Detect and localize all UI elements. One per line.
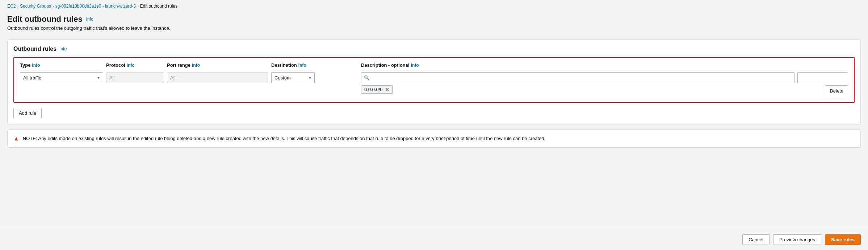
breadcrumb-ec2[interactable]: EC2: [7, 4, 16, 9]
page-info-link[interactable]: Info: [86, 17, 93, 22]
breadcrumb-sep-3: ›: [137, 4, 139, 8]
destination-select-row: Custom Anywhere-IPv4 Anywhere-IPv6 My IP…: [271, 72, 358, 83]
search-input[interactable]: [361, 72, 794, 83]
cidr-tag-close-icon[interactable]: ✕: [385, 87, 389, 92]
section-info-link[interactable]: Info: [59, 46, 67, 52]
section-header: Outbound rules Info: [13, 46, 855, 52]
col-destination-label: Destination: [271, 62, 297, 68]
breadcrumb: EC2 › Security Groups › sg-002fe10b00db3…: [0, 0, 868, 11]
add-rule-button[interactable]: Add rule: [13, 108, 42, 118]
col-protocol-header: Protocol Info: [106, 62, 164, 68]
col-type-label: Type: [20, 62, 30, 68]
col-destination-header: Destination Info: [271, 62, 358, 68]
col-protocol-label: Protocol: [106, 62, 125, 68]
page-title: Edit outbound rules: [7, 15, 83, 24]
delete-button[interactable]: Delete: [825, 85, 848, 96]
page-description: Outbound rules control the outgoing traf…: [7, 25, 861, 31]
col-port-label: Port range: [167, 62, 190, 68]
rules-table: Type Info Protocol Info Port range Info …: [13, 57, 855, 103]
col-protocol-info[interactable]: Info: [127, 63, 135, 68]
search-cidr-cell: 🔍 0.0.0.0/0 ✕: [361, 72, 794, 94]
description-cell: Delete: [797, 72, 848, 96]
protocol-input: [106, 72, 164, 83]
port-range-input: [167, 72, 268, 83]
port-range-cell: [167, 72, 268, 83]
breadcrumb-sep-2: ›: [53, 4, 54, 8]
destination-select[interactable]: Custom Anywhere-IPv4 Anywhere-IPv6 My IP: [271, 72, 315, 83]
warning-icon: ▲: [13, 135, 19, 142]
table-header-row: Type Info Protocol Info Port range Info …: [18, 62, 850, 68]
preview-changes-button[interactable]: Preview changes: [773, 234, 821, 245]
col-description-info[interactable]: Info: [411, 63, 419, 68]
breadcrumb-sep-1: ›: [17, 4, 18, 8]
footer-actions: Cancel Preview changes Save rules: [0, 229, 868, 250]
breadcrumb-security-groups[interactable]: Security Groups: [20, 4, 51, 9]
col-type-info[interactable]: Info: [32, 63, 40, 68]
col-port-header: Port range Info: [167, 62, 268, 68]
col-port-info[interactable]: Info: [192, 63, 200, 68]
col-action-header: [797, 62, 848, 68]
table-row: All traffic Custom TCP Custom UDP Custom…: [18, 71, 850, 98]
col-description-label: Description - optional: [361, 62, 410, 68]
search-wrapper: 🔍: [361, 72, 794, 83]
cidr-tag: 0.0.0.0/0 ✕: [361, 85, 393, 94]
main-content: Outbound rules Info Type Info Protocol I…: [0, 36, 868, 229]
save-rules-button[interactable]: Save rules: [825, 234, 861, 245]
cancel-button[interactable]: Cancel: [742, 234, 769, 245]
breadcrumb-sg-id[interactable]: sg-002fe10b00db3a1e0 - launch-wizard-3: [55, 4, 136, 9]
outbound-rules-section: Outbound rules Info Type Info Protocol I…: [7, 40, 861, 124]
protocol-cell: [106, 72, 164, 83]
note-text: NOTE: Any edits made on existing rules w…: [23, 135, 545, 142]
note-card: ▲ NOTE: Any edits made on existing rules…: [7, 130, 861, 148]
type-select[interactable]: All traffic Custom TCP Custom UDP Custom…: [20, 72, 103, 83]
section-title: Outbound rules: [13, 46, 56, 52]
col-type-header: Type Info: [20, 62, 103, 68]
destination-cell: Custom Anywhere-IPv4 Anywhere-IPv6 My IP…: [271, 72, 358, 83]
type-select-wrapper: All traffic Custom TCP Custom UDP Custom…: [20, 72, 103, 83]
col-destination-info[interactable]: Info: [298, 63, 306, 68]
col-description-header: Description - optional Info: [361, 62, 794, 68]
description-input[interactable]: [797, 72, 848, 83]
destination-select-wrapper: Custom Anywhere-IPv4 Anywhere-IPv6 My IP…: [271, 72, 315, 83]
breadcrumb-current: Edit outbound rules: [140, 4, 177, 9]
cidr-value: 0.0.0.0/0: [364, 87, 383, 92]
page-header: Edit outbound rules Info Outbound rules …: [0, 11, 868, 36]
